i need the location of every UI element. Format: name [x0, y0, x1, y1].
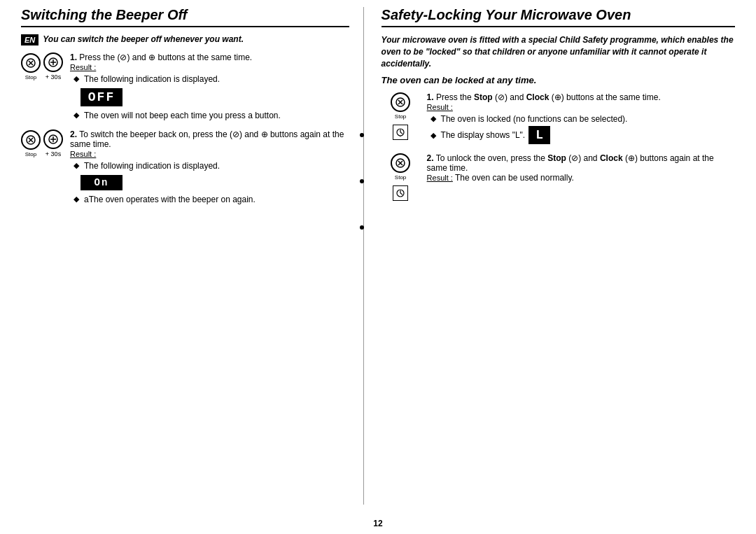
right-step2-instruction: 2. To unlock the oven, press the Stop (⊘…: [427, 153, 735, 173]
right-step-1: Stop + 1.: [382, 92, 735, 146]
step-1: Stop + 30s: [21, 52, 349, 122]
step-2: Stop + 30s: [21, 129, 349, 206]
right-column-inner: Safety-Locking Your Microwave Oven Your …: [382, 7, 735, 201]
right-title: Safety-Locking Your Microwave Oven: [382, 7, 735, 27]
right-step-2: Stop 2. To unlo: [382, 153, 735, 201]
step2-bullet-1: ◆ The following indication is displayed.: [70, 161, 349, 171]
dot-2: [360, 179, 364, 183]
right-clock-icon-1: +: [393, 125, 408, 140]
step1-button-row: Stop + 30s: [21, 52, 63, 80]
right-step1-instruction: 1. Press the Stop (⊘) and Clock (⊕) butt…: [427, 92, 735, 102]
right-step1-bullet-1: ◆ The oven is locked (no functions can b…: [427, 114, 735, 124]
stop-button-icon: [21, 53, 41, 73]
right-stop-icon-2: [391, 153, 410, 173]
step2-instruction: 2. To switch the beeper back on, press t…: [70, 129, 349, 149]
step1-bullet-2: ◆ The oven will not beep each time you p…: [70, 111, 349, 120]
left-column: Switching the Beeper Off EN You can swit…: [21, 7, 364, 505]
right-step2-result: Result : The oven can be used normally.: [427, 173, 735, 183]
display-off: OFF: [80, 88, 122, 106]
plus30s-label-2: + 30s: [46, 150, 61, 157]
stop-label-2: Stop: [25, 151, 36, 157]
page: Switching the Beeper Off EN You can swit…: [0, 0, 756, 534]
step1-bullet-1: ◆ The following indication is displayed.: [70, 74, 349, 84]
left-intro: EN You can switch the beeper off wheneve…: [21, 34, 349, 45]
right-step1-icons: Stop +: [382, 92, 420, 146]
right-step1-bullet-2: ◆ The display shows "L". L: [427, 126, 735, 144]
step1-instruction: 1. Press the (⊘) and ⊕ buttons at the sa…: [70, 52, 349, 62]
page-number: 12: [373, 519, 382, 528]
step1-content: 1. Press the (⊘) and ⊕ buttons at the sa…: [70, 52, 349, 122]
display-on: On: [80, 175, 122, 190]
step1-result-label: Result :: [70, 62, 349, 72]
right-stop-label-2: Stop: [395, 174, 406, 181]
plus30s-button-icon: [43, 52, 63, 72]
step2-button-row: Stop + 30s: [21, 129, 63, 157]
right-step2-icons: Stop: [382, 153, 420, 201]
dot-3: [360, 225, 364, 230]
display-l: L: [528, 126, 550, 144]
step2-content: 2. To switch the beeper back on, press t…: [70, 129, 349, 206]
right-intro: Your microwave oven is fitted with a spe…: [382, 34, 735, 69]
right-clock-icon-2: [393, 185, 408, 201]
right-step1-result-label: Result :: [427, 102, 735, 112]
plus30s-label-1: + 30s: [46, 73, 61, 80]
right-stop-icon-1: [391, 92, 410, 112]
right-step1-content: 1. Press the Stop (⊘) and Clock (⊕) butt…: [427, 92, 735, 146]
svg-line-24: [400, 193, 402, 195]
right-step2-content: 2. To unlock the oven, press the Stop (⊘…: [427, 153, 735, 201]
right-subtitle: The oven can be locked at any time.: [382, 75, 735, 85]
left-title: Switching the Beeper Off: [21, 7, 349, 27]
stop-button-icon-2: [21, 130, 41, 150]
right-stop-label-1: Stop: [395, 113, 406, 120]
step2-icons: Stop + 30s: [21, 129, 63, 206]
plus30s-button-icon-2: [43, 129, 63, 149]
step2-result-label: Result :: [70, 149, 349, 159]
vertical-dots: [362, 133, 364, 230]
dot-1: [360, 133, 364, 137]
page-footer: 12: [0, 519, 756, 534]
svg-text:+: +: [400, 134, 402, 137]
step1-icons: Stop + 30s: [21, 52, 63, 122]
step2-bullet-2: ◆ aThe oven operates with the beeper on …: [70, 195, 349, 204]
right-column: Safety-Locking Your Microwave Oven Your …: [364, 7, 735, 505]
en-badge: EN: [21, 34, 38, 45]
stop-label-1: Stop: [25, 74, 36, 80]
